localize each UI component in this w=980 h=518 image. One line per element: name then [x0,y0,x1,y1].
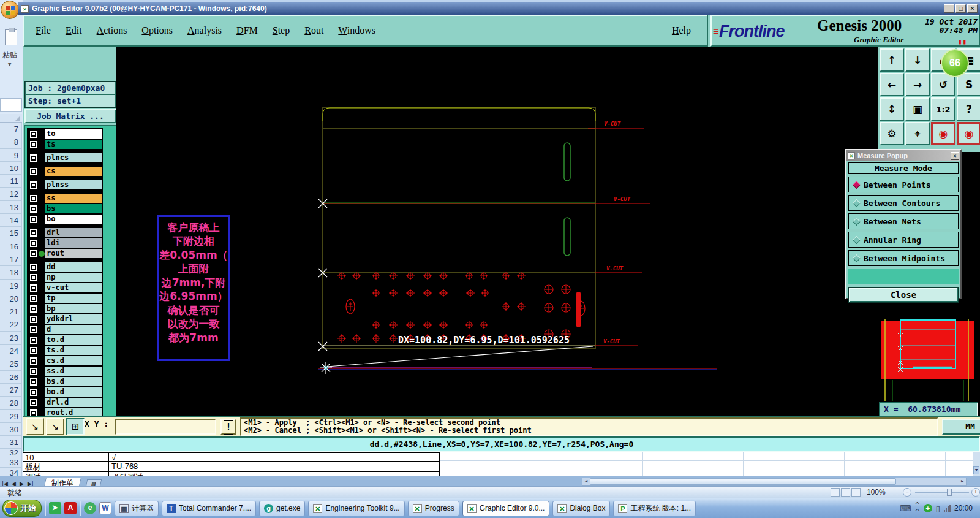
layer-name[interactable]: tp [45,294,102,303]
menu-help[interactable]: Help [672,25,691,36]
layer-name[interactable]: ts.d [45,346,102,355]
zoom-out-icon[interactable]: − [903,488,911,497]
cad-canvas[interactable]: V-CUTV-CUTV-CUTV-CUT DX=100.82,DY=6.95,D… [116,47,878,416]
paste-clipboard-icon[interactable] [5,29,17,45]
office-button[interactable] [1,1,19,19]
select-mode-button[interactable]: ↘ [26,418,44,435]
measure-option-between-contours[interactable]: Between Contours [848,195,959,211]
tray-hidden-icons-chevron[interactable]: ^^ [914,501,919,515]
task-dialog-box[interactable]: ✕Dialog Box [552,501,610,516]
layer-visibility-checkbox[interactable] [30,399,37,406]
excel-row-header[interactable]: 30 [0,423,22,436]
scroll-right-arrow-icon[interactable]: ▶ [959,479,965,484]
excel-row-header[interactable]: 10 [0,162,22,175]
menu-file[interactable]: File [36,25,51,36]
origin-probe-button[interactable]: ⌖ [905,122,930,145]
layer-name[interactable]: v-cut [45,283,102,292]
zoom-to-window-button[interactable]: ↑ [880,48,904,72]
zoom-slider-handle[interactable] [947,489,952,496]
excel-row-header[interactable]: 27 [0,384,22,397]
layer-name[interactable]: bs [45,204,102,213]
layer-name[interactable]: drl.d [45,398,102,407]
popup-close-icon[interactable]: ✕ [951,152,959,160]
layer-visibility-checkbox[interactable] [30,141,37,148]
layer-visibility-checkbox[interactable] [30,284,37,292]
layer-name[interactable]: ts [45,140,102,149]
help-context-button[interactable]: ? [957,97,980,121]
zoom-in-icon[interactable]: + [971,488,980,497]
excel-row-header[interactable]: 9 [0,149,22,162]
layer-name[interactable]: ldi [45,238,102,248]
excel-row-header[interactable]: 20 [0,292,22,305]
overview-map[interactable] [878,319,980,401]
radio-diamond-icon[interactable] [853,218,861,226]
minimize-button[interactable]: — [944,4,954,13]
layer-visibility-checkbox[interactable] [30,240,37,247]
view-layout-icon[interactable] [841,488,850,497]
excel-row-header[interactable]: 19 [0,280,22,292]
excel-row-header[interactable]: 29 [0,410,22,423]
excel-vertical-scrollbar[interactable]: ▼ [973,452,980,476]
excel-row-header[interactable]: 26 [0,371,22,384]
grid-toggle-button[interactable]: ⊞ [66,418,85,435]
layer-visibility-checkbox[interactable] [30,389,37,396]
maximize-button[interactable]: ▢ [956,4,966,13]
excel-cell-b[interactable]: √ [109,453,440,461]
alert-button[interactable]: ! [221,419,236,435]
excel-row-header[interactable]: 15 [0,227,22,240]
excel-row-header[interactable]: 11 [0,175,22,188]
task--1-[interactable]: P工程系统 版本: 1... [613,501,696,516]
tray-network-icon[interactable] [944,505,951,512]
excel-row-header[interactable]: 7 [0,123,22,135]
layer-name[interactable]: bp [45,304,102,313]
scroll-left-arrow-icon[interactable]: ◀ [583,479,589,484]
excel-row-header[interactable]: 12 [0,188,22,200]
excel-row-header[interactable]: 13 [0,201,22,214]
menu-rout[interactable]: Rout [304,25,323,36]
layer-name[interactable]: cs.d [45,356,102,365]
menu-edit[interactable]: Edit [66,25,82,36]
view-normal-icon[interactable] [831,488,840,497]
quicklaunch-green-icon[interactable]: ➤ [49,502,61,514]
layer-visibility-checkbox[interactable] [30,181,37,189]
excel-row-header[interactable]: 23 [0,332,22,345]
measure-option-between-points[interactable]: Between Points [848,177,959,192]
excel-row-header[interactable]: 33 [0,457,22,468]
job-matrix-button[interactable]: Job Matrix ... [24,109,116,123]
layer-name[interactable]: plncs [45,153,102,162]
layer-visibility-checkbox[interactable] [30,295,37,302]
menu-analysis[interactable]: Analysis [187,25,222,36]
radio-diamond-icon[interactable] [853,181,861,189]
layer-visibility-checkbox[interactable] [30,347,37,354]
layer-visibility-checkbox[interactable] [30,216,37,223]
layer-visibility-checkbox[interactable] [30,205,37,213]
pan-left-button[interactable]: ← [880,73,904,96]
excel-row-header[interactable]: 22 [0,318,22,331]
layer-name[interactable]: dd [45,262,102,272]
setup-tools-button[interactable]: ⚙ [880,122,904,145]
layer-name[interactable]: bo.d [45,387,102,397]
close-button[interactable]: ✕ [967,4,978,13]
excel-cell-b[interactable]: TU-768 [109,462,440,471]
layer-visibility-checkbox[interactable] [30,326,37,333]
scroll-down-arrow-icon[interactable]: ▼ [973,466,979,474]
layer-visibility-checkbox[interactable] [30,305,37,313]
layer-visibility-checkbox[interactable] [30,195,37,202]
layer-visibility-checkbox[interactable] [30,316,37,323]
layer-name[interactable]: to [45,129,102,139]
layer-name[interactable]: rout [45,249,102,258]
excel-row-header[interactable]: 14 [0,214,22,227]
excel-row-header[interactable]: 21 [0,305,22,318]
layer-visibility-checkbox[interactable] [30,337,37,344]
tray-clock[interactable]: 20:00 [954,504,973,512]
layer-name[interactable]: ss.d [45,367,102,376]
tray-updater-icon[interactable]: + [924,504,932,512]
layer-name[interactable]: bs.d [45,377,102,386]
task-engineering-toolkit-9-[interactable]: ✕Engineering Toolkit 9... [308,501,404,516]
start-button[interactable]: 开始 [2,500,42,517]
measure-option-between-midpoints[interactable]: Between Midpoints [848,250,959,266]
excel-row-header[interactable]: 32 [0,449,22,457]
layer-visibility-checkbox[interactable] [30,274,37,281]
step-outline-button[interactable]: S [957,73,980,96]
excel-name-box[interactable] [0,98,22,112]
